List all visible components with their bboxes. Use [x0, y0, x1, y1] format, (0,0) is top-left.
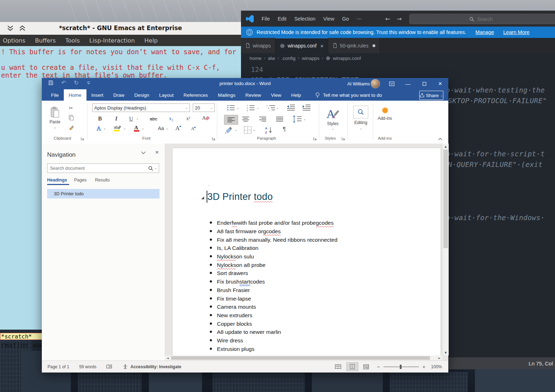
scrollbar-thumb[interactable] [171, 356, 430, 360]
vscode-menu-selection[interactable]: Selection [294, 16, 315, 22]
todo-item[interactable]: Ender fw with fast probe and/or fast pro… [217, 219, 333, 227]
tab-help[interactable]: Help [286, 89, 306, 101]
nav-tab-pages[interactable]: Pages [74, 178, 86, 183]
emacs-menu-lisp-interaction[interactable]: Lisp-Interaction [89, 37, 135, 44]
clear-formatting-icon[interactable]: A [201, 114, 210, 122]
justify-button[interactable] [276, 116, 284, 122]
tab-references[interactable]: References [179, 89, 213, 101]
todo-item[interactable]: Fix time-lapse [217, 295, 251, 303]
tab-insert[interactable]: Insert [86, 89, 108, 101]
multilevel-list-icon[interactable]: 1ai [267, 104, 276, 111]
breadcrumb-alw[interactable]: alw [268, 56, 275, 61]
format-painter-icon[interactable] [69, 125, 74, 130]
manage-link[interactable]: Manage [476, 29, 494, 35]
emacs-menu-options[interactable]: Options [3, 37, 26, 44]
grow-font-icon[interactable]: A [175, 124, 182, 132]
todo-item[interactable]: Camera mounts [217, 303, 256, 311]
superscript-button[interactable]: x² [184, 115, 193, 123]
zoom-slider-thumb[interactable] [400, 365, 402, 369]
emacs-menu-tools[interactable]: Tools [65, 37, 80, 44]
change-case-dropdown[interactable]: ⌄ [166, 127, 168, 130]
navigation-close-icon[interactable]: × [155, 149, 159, 156]
font-size-combobox[interactable]: 20⌄ [193, 103, 215, 112]
text-effects-icon[interactable]: A [95, 125, 103, 133]
italic-button[interactable]: I [112, 115, 120, 123]
sort-icon[interactable]: AZ [265, 126, 274, 134]
shading-dropdown[interactable]: ⌄ [235, 128, 237, 131]
scrollbar-thumb[interactable] [443, 150, 448, 248]
font-color-icon[interactable]: A [133, 124, 140, 133]
multilevel-list-dropdown[interactable]: ⌄ [276, 106, 279, 110]
cursor-position[interactable]: Ln 75, Col [529, 360, 553, 366]
tab-winapps-conf[interactable]: winapps.conf × [275, 38, 328, 53]
paragraph-dialog-launcher-icon[interactable] [313, 137, 317, 141]
align-left-button[interactable] [224, 115, 238, 125]
read-mode-icon[interactable] [335, 364, 341, 369]
vscode-search-box[interactable] [409, 14, 555, 24]
breadcrumb-winapps[interactable]: winapps [302, 56, 320, 61]
strikethrough-button[interactable]: abc [148, 115, 159, 123]
shading-icon[interactable] [225, 126, 233, 134]
proofing-icon[interactable] [106, 364, 112, 369]
tab-review[interactable]: Review [240, 89, 266, 101]
vscode-menu-more[interactable]: ⋯ [357, 16, 362, 22]
todo-item[interactable]: Wire dress [217, 336, 243, 345]
bold-button[interactable]: B [96, 115, 104, 123]
navigation-search-box[interactable]: ⌄ [47, 163, 159, 173]
tab-file[interactable]: File [46, 89, 64, 101]
borders-icon[interactable] [244, 126, 252, 134]
zoom-level[interactable]: 100% [431, 364, 442, 369]
document-page[interactable]: ’ ◢ 3D Printer todo Ender fw with fast p… [173, 148, 441, 360]
todo-item[interactable]: A8 fast firmware or gcodes [217, 227, 281, 236]
vscode-search-input[interactable] [476, 16, 503, 22]
breadcrumb-config[interactable]: .config [281, 56, 296, 61]
todo-item[interactable]: Sort drawers [217, 269, 248, 278]
nav-heading-item[interactable]: 3D Printer todo [47, 189, 159, 198]
todo-item[interactable]: Extrusion plugs [217, 345, 254, 353]
scroll-down-icon[interactable]: ▼ [443, 350, 449, 355]
close-icon[interactable]: × [320, 43, 324, 49]
heading-collapse-icon[interactable]: ◢ [201, 196, 204, 200]
ribbon-display-options-icon[interactable] [383, 78, 400, 89]
styles-dialog-launcher-icon[interactable] [342, 137, 346, 141]
accessibility-status[interactable]: Accessibility: Investigate [130, 364, 181, 369]
zoom-slider[interactable] [383, 366, 419, 367]
vscode-menu-file[interactable]: File [262, 16, 270, 22]
line-spacing-icon[interactable] [293, 116, 302, 123]
font-color-dropdown[interactable]: ⌄ [142, 127, 144, 130]
tab-design[interactable]: Design [129, 89, 154, 101]
tab-home[interactable]: Home [64, 89, 86, 101]
paste-button[interactable]: Paste ⌄ [47, 103, 63, 132]
learn-more-link[interactable]: Learn More [503, 29, 529, 35]
tab-layout[interactable]: Layout [154, 89, 179, 101]
navigation-dropdown-icon[interactable] [141, 151, 146, 155]
modified-dot-icon[interactable] [372, 44, 375, 47]
todo-item[interactable]: Is, LA Calibration [217, 244, 258, 252]
print-layout-icon[interactable] [346, 362, 358, 371]
search-dropdown-icon[interactable]: ⌄ [155, 167, 157, 170]
todo-item[interactable]: Nylocks on sulu [217, 252, 254, 261]
bullet-list-icon[interactable] [227, 104, 235, 111]
shrink-font-icon[interactable]: A [191, 125, 197, 132]
pilcrow-icon[interactable]: ¶ [283, 126, 286, 133]
vscode-menu-view[interactable]: View [323, 16, 334, 22]
web-layout-icon[interactable] [363, 364, 369, 369]
tell-me-box[interactable]: Tell me what you want to do [323, 93, 382, 98]
copy-icon[interactable] [69, 115, 74, 121]
accessibility-icon[interactable] [123, 364, 128, 369]
tab-50-qmk-rules[interactable]: 50-qmk.rules [328, 38, 380, 53]
numbered-list-dropdown[interactable]: ⌄ [257, 106, 259, 110]
zoom-out-icon[interactable]: − [377, 364, 380, 370]
avatar[interactable] [371, 79, 380, 88]
todo-item[interactable]: Copper blocks [217, 320, 252, 328]
vertical-scrollbar[interactable]: ▲ ▼ [442, 144, 449, 355]
scroll-right-icon[interactable]: ► [437, 355, 442, 360]
scroll-left-icon[interactable]: ◄ [165, 355, 170, 360]
minimize-button[interactable]: — [400, 78, 416, 89]
todo-item[interactable]: New extruders [217, 311, 252, 320]
borders-dropdown[interactable]: ⌄ [253, 128, 256, 131]
cut-icon[interactable]: ✂ [69, 105, 73, 111]
text-effects-dropdown[interactable]: ⌄ [103, 127, 106, 130]
align-right-button[interactable] [259, 116, 267, 122]
nav-tab-results[interactable]: Results [95, 178, 110, 183]
